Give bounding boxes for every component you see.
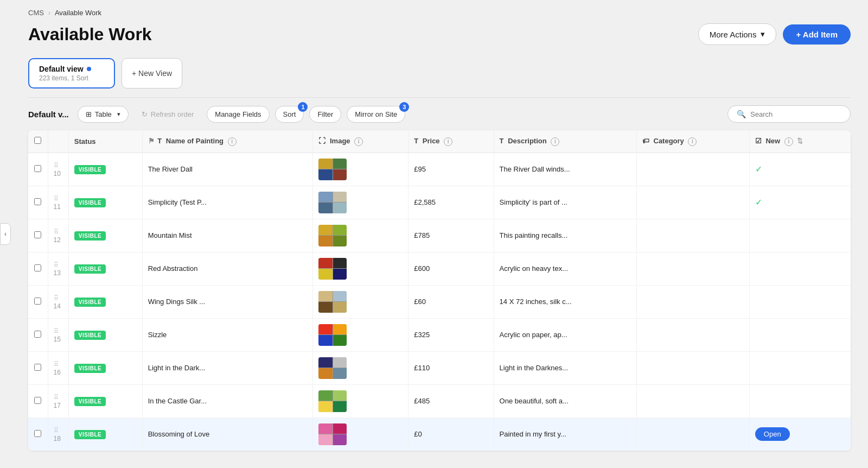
row-checkbox[interactable] <box>34 397 41 404</box>
new-view-button[interactable]: + New View <box>122 58 182 88</box>
img-q3 <box>318 335 333 346</box>
th-row-num <box>48 130 68 153</box>
drag-handle[interactable]: ⠿ <box>54 195 59 203</box>
row-image-cell <box>313 418 409 451</box>
row-name-cell[interactable]: Wing Dings Silk ... <box>142 285 313 318</box>
row-category-cell <box>636 186 749 219</box>
table-button[interactable]: ⊞ Table ▾ <box>78 106 129 123</box>
open-button[interactable]: Open <box>755 427 790 441</box>
img-q2 <box>333 291 347 302</box>
img-q1 <box>318 390 333 401</box>
desc-info-icon[interactable]: i <box>551 137 559 146</box>
img-q3 <box>318 302 333 313</box>
row-checkbox[interactable] <box>34 264 41 271</box>
row-drag-handle-cell: ⠿ 15 <box>48 318 68 351</box>
manage-fields-button[interactable]: Manage Fields <box>207 106 269 123</box>
image-thumbnail <box>318 225 347 246</box>
row-number: 12 <box>54 236 63 244</box>
mirror-on-site-button[interactable]: Mirror on Site 3 <box>347 106 405 123</box>
row-new-cell <box>749 318 851 351</box>
drag-handle[interactable]: ⠿ <box>54 228 59 236</box>
search-box[interactable]: 🔍 <box>727 105 851 123</box>
row-description-cell: Acrylic on heavy tex... <box>494 252 636 285</box>
back-arrow[interactable]: ‹ <box>0 223 11 245</box>
img-q3 <box>318 401 333 412</box>
row-name-cell[interactable]: The River Dall <box>142 153 313 186</box>
img-q1 <box>318 324 333 335</box>
row-category-cell <box>636 384 749 418</box>
th-checkbox <box>28 130 48 153</box>
row-checkbox[interactable] <box>34 231 41 238</box>
default-view-card[interactable]: Default view 223 items, 1 Sort <box>28 58 115 88</box>
header-actions: More Actions ▾ + Add Item <box>698 23 851 45</box>
img-q4 <box>333 368 347 379</box>
view-active-dot <box>87 67 91 71</box>
row-name-cell[interactable]: In the Castle Gar... <box>142 384 313 418</box>
drag-handle[interactable]: ⠿ <box>54 361 59 368</box>
pin-icon: ⚑ <box>148 137 155 145</box>
more-actions-button[interactable]: More Actions ▾ <box>698 23 777 45</box>
row-price-cell: £110 <box>409 351 494 384</box>
row-checkbox[interactable] <box>34 364 41 371</box>
image-thumbnail <box>318 324 347 346</box>
row-category-cell <box>636 318 749 351</box>
row-name-cell[interactable]: Blossoming of Love <box>142 418 313 451</box>
row-name-cell[interactable]: Red Abstraction <box>142 252 313 285</box>
row-price-cell: £785 <box>409 219 494 252</box>
table-row: ⠿ 13 VISIBLE Red Abstraction £600 Acryli… <box>28 252 851 285</box>
row-category-cell <box>636 219 749 252</box>
row-checkbox[interactable] <box>34 331 41 338</box>
row-checkbox-cell <box>28 252 48 285</box>
add-item-button[interactable]: + Add Item <box>783 24 851 45</box>
row-category-cell <box>636 285 749 318</box>
row-number: 15 <box>54 336 63 343</box>
row-checkbox[interactable] <box>34 198 41 205</box>
sort-button[interactable]: Sort 1 <box>275 106 304 123</box>
cat-info-icon[interactable]: i <box>688 137 697 146</box>
row-image-cell <box>313 285 409 318</box>
row-name-cell[interactable]: Light in the Dark... <box>142 351 313 384</box>
table-row: ⠿ 10 VISIBLE The River Dall £95 The Rive… <box>28 153 851 186</box>
breadcrumb-cms[interactable]: CMS <box>28 9 44 17</box>
refresh-order-button[interactable]: ↻ Refresh order <box>134 106 201 122</box>
table-row: ⠿ 11 VISIBLE Simplicity (Test P... £2,58… <box>28 186 851 219</box>
row-number: 10 <box>54 170 63 178</box>
search-input[interactable] <box>750 110 841 118</box>
row-name-cell[interactable]: Sizzle <box>142 318 313 351</box>
breadcrumb: CMS › Available Work <box>28 9 851 17</box>
drag-handle[interactable]: ⠿ <box>54 162 59 169</box>
table-row: ⠿ 18 VISIBLE Blossoming of Love £0 Paint… <box>28 418 851 451</box>
filter-button[interactable]: Filter <box>309 106 341 123</box>
row-checkbox[interactable] <box>34 298 41 305</box>
page-title: Available Work <box>28 24 152 45</box>
row-description-cell: 14 X 72 inches, silk c... <box>494 285 636 318</box>
add-item-label: + Add Item <box>796 30 838 39</box>
mirror-badge: 3 <box>399 102 409 112</box>
name-info-icon[interactable]: i <box>228 137 237 146</box>
img-q1 <box>318 357 333 368</box>
price-info-icon[interactable]: i <box>444 137 452 146</box>
refresh-label: Refresh order <box>151 110 194 118</box>
img-q1 <box>318 225 333 236</box>
image-info-icon[interactable]: i <box>354 137 363 146</box>
new-info-icon[interactable]: i <box>784 137 793 146</box>
image-thumbnail <box>318 423 347 445</box>
row-checkbox[interactable] <box>34 430 41 437</box>
row-price-cell: £2,585 <box>409 186 494 219</box>
drag-handle[interactable]: ⠿ <box>54 394 59 401</box>
drag-handle[interactable]: ⠿ <box>54 427 59 434</box>
img-q3 <box>318 169 333 180</box>
row-price-cell: £0 <box>409 418 494 451</box>
toolbar-view-label: Default v... <box>28 110 69 119</box>
row-image-cell <box>313 318 409 351</box>
row-name-cell[interactable]: Mountain Mist <box>142 219 313 252</box>
drag-handle[interactable]: ⠿ <box>54 327 59 335</box>
row-name-cell[interactable]: Simplicity (Test P... <box>142 186 313 219</box>
image-thumbnail <box>318 291 347 313</box>
select-all-checkbox[interactable] <box>34 137 41 144</box>
drag-handle[interactable]: ⠿ <box>54 261 59 269</box>
drag-handle[interactable]: ⠿ <box>54 294 59 302</box>
row-checkbox[interactable] <box>34 165 41 172</box>
image-thumbnail <box>318 357 347 379</box>
new-col-icon: ☑ <box>755 137 762 145</box>
